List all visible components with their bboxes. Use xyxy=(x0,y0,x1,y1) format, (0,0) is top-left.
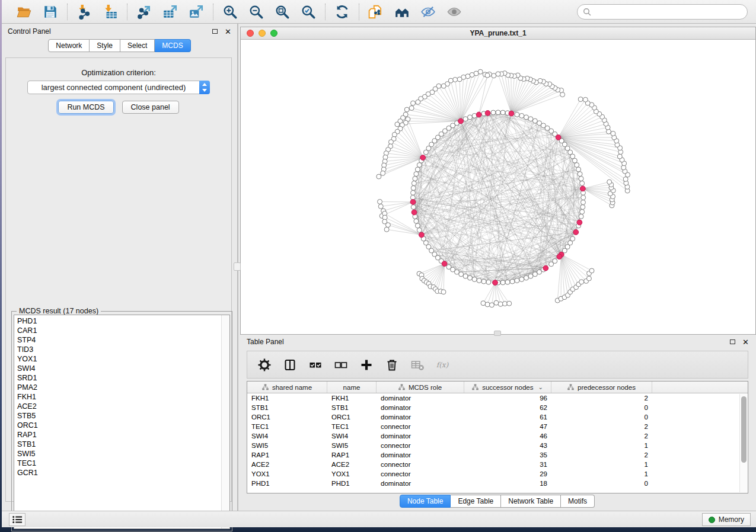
tab-edge-table[interactable]: Edge Table xyxy=(451,495,501,508)
mcds-result-item[interactable]: STB5 xyxy=(14,411,221,421)
cell-successor-nodes: 62 xyxy=(464,403,551,412)
table-row-SWI5[interactable]: SWI5SWI5connector431 xyxy=(247,441,748,450)
search-input[interactable] xyxy=(595,8,742,16)
import-table-icon[interactable] xyxy=(102,4,119,20)
list-menu-icon xyxy=(11,514,23,525)
tab-network-table[interactable]: Network Table xyxy=(501,495,561,508)
mcds-result-item[interactable]: STB1 xyxy=(14,440,221,449)
zoom-in-icon[interactable] xyxy=(222,4,238,20)
export-network-icon[interactable] xyxy=(136,4,152,20)
cell-shared-name: ACE2 xyxy=(247,460,327,469)
zoom-selected-icon[interactable] xyxy=(300,4,317,20)
open-file-icon[interactable] xyxy=(16,4,33,20)
column-header-predecessor-nodes[interactable]: predecessor nodes xyxy=(551,382,652,393)
export-table-icon[interactable] xyxy=(162,4,178,20)
mcds-result-item[interactable]: ACE2 xyxy=(14,402,221,411)
select-all-rows-icon[interactable] xyxy=(308,357,323,373)
cell-successor-nodes: 61 xyxy=(464,412,551,422)
minimize-window-icon[interactable] xyxy=(259,30,266,37)
table-row-SWI4[interactable]: SWI4SWI4dominator462 xyxy=(247,431,748,441)
table-row-PHD1[interactable]: PHD1PHD1dominator180 xyxy=(247,479,748,488)
first-neighbors-icon[interactable] xyxy=(394,4,410,20)
table-row-STB1[interactable]: STB1STB1dominator620 xyxy=(247,403,748,412)
column-header-successor-nodes[interactable]: successor nodes⌄ xyxy=(464,382,551,393)
vertical-splitter-grip[interactable] xyxy=(234,262,241,271)
tab-network[interactable]: Network xyxy=(48,39,90,52)
close-panel-icon[interactable]: ✕ xyxy=(225,28,231,36)
cell-predecessor-nodes: 2 xyxy=(551,450,652,460)
table-scrollbar-thumb[interactable] xyxy=(741,396,747,463)
cell-predecessor-nodes: 2 xyxy=(551,422,652,431)
memory-button[interactable]: Memory xyxy=(702,513,751,526)
table-row-FKH1[interactable]: FKH1FKH1dominator962 xyxy=(247,393,748,403)
search-box[interactable] xyxy=(577,4,748,20)
cell-successor-nodes: 46 xyxy=(464,431,551,441)
mcds-result-item[interactable]: PHD1 xyxy=(14,316,221,326)
mcds-result-item[interactable]: RAP1 xyxy=(14,430,221,440)
show-all-icon[interactable] xyxy=(446,4,462,20)
mcds-result-item[interactable]: PMA2 xyxy=(14,383,221,392)
cell-predecessor-nodes: 0 xyxy=(551,412,652,422)
maximize-window-icon[interactable] xyxy=(270,30,277,37)
mcds-result-item[interactable]: YOX1 xyxy=(14,354,221,364)
zoom-fit-icon[interactable] xyxy=(274,4,291,20)
cell-shared-name: STB1 xyxy=(247,403,327,412)
cell-predecessor-nodes: 2 xyxy=(551,431,652,441)
export-image-icon[interactable] xyxy=(188,4,205,20)
add-row-icon[interactable] xyxy=(359,357,374,373)
mcds-result-item[interactable]: CAR1 xyxy=(14,326,221,335)
table-row-RAP1[interactable]: RAP1RAP1dominator352 xyxy=(247,450,748,460)
control-panel: Control Panel ✕ NetworkStyleSelectMCDS O… xyxy=(2,24,238,511)
cell-name: SWI4 xyxy=(327,431,377,441)
mcds-result-item[interactable]: TID3 xyxy=(14,345,221,354)
mcds-result-item[interactable]: SWI4 xyxy=(14,364,221,373)
table-row-TEC1[interactable]: TEC1TEC1connector472 xyxy=(247,422,748,431)
column-header-name[interactable]: name xyxy=(327,382,377,393)
new-network-from-selection-icon[interactable] xyxy=(368,4,384,20)
mcds-result-item[interactable]: SRD1 xyxy=(14,373,221,383)
mcds-list-scrollbar[interactable] xyxy=(221,315,229,528)
status-bar: Memory xyxy=(2,511,756,527)
zoom-out-icon[interactable] xyxy=(248,4,264,20)
mcds-result-item[interactable]: GCR1 xyxy=(14,468,221,477)
network-canvas[interactable] xyxy=(241,40,755,334)
column-header-MCDS-role[interactable]: MCDS role xyxy=(377,382,464,393)
hide-selected-icon[interactable] xyxy=(420,4,436,20)
mcds-result-item[interactable]: STP4 xyxy=(14,335,221,345)
cell-predecessor-nodes: 1 xyxy=(551,460,652,469)
table-row-YOX1[interactable]: YOX1YOX1connector291 xyxy=(247,469,748,479)
mcds-result-item[interactable]: TEC1 xyxy=(14,459,221,468)
deselect-all-rows-icon[interactable] xyxy=(333,357,349,373)
sort-indicator-icon: ⌄ xyxy=(538,384,543,390)
mcds-result-item[interactable]: ORC1 xyxy=(14,421,221,430)
run-mcds-button[interactable]: Run MCDS xyxy=(58,101,113,114)
close-panel-button[interactable]: Close panel xyxy=(122,101,179,114)
float-panel-icon[interactable] xyxy=(212,29,218,34)
mcds-result-item[interactable]: FKH1 xyxy=(14,392,221,402)
tab-select[interactable]: Select xyxy=(120,39,155,52)
mcds-result-item[interactable]: SWI5 xyxy=(14,449,221,459)
tab-style[interactable]: Style xyxy=(90,39,120,52)
tab-motifs[interactable]: Motifs xyxy=(561,495,595,508)
panel-menu-button[interactable] xyxy=(9,513,25,526)
import-network-icon[interactable] xyxy=(76,4,92,20)
control-panel-tabs: NetworkStyleSelectMCDS xyxy=(2,39,237,52)
close-table-panel-icon[interactable]: ✕ xyxy=(742,338,749,346)
cell-predecessor-nodes: 2 xyxy=(551,393,652,403)
tab-mcds[interactable]: MCDS xyxy=(155,39,190,52)
delete-row-icon[interactable] xyxy=(384,357,400,373)
table-scrollbar[interactable] xyxy=(739,394,747,492)
float-table-panel-icon[interactable] xyxy=(730,339,735,344)
horizontal-splitter-grip[interactable] xyxy=(494,331,501,336)
table-row-ACE2[interactable]: ACE2ACE2connector311 xyxy=(247,460,748,469)
close-window-icon[interactable] xyxy=(247,30,254,37)
column-header-shared-name[interactable]: shared name xyxy=(247,382,327,393)
table-settings-gear-icon[interactable] xyxy=(257,357,272,373)
table-row-ORC1[interactable]: ORC1ORC1dominator610 xyxy=(247,412,748,422)
insert-column-icon[interactable] xyxy=(282,357,298,373)
network-window-titlebar[interactable]: YPA_prune.txt_1 xyxy=(241,27,755,40)
criterion-dropdown[interactable]: largest connected component (undirected) xyxy=(27,81,210,94)
save-session-icon[interactable] xyxy=(42,4,59,20)
tab-node-table[interactable]: Node Table xyxy=(400,495,451,508)
refresh-view-icon[interactable] xyxy=(334,4,350,20)
